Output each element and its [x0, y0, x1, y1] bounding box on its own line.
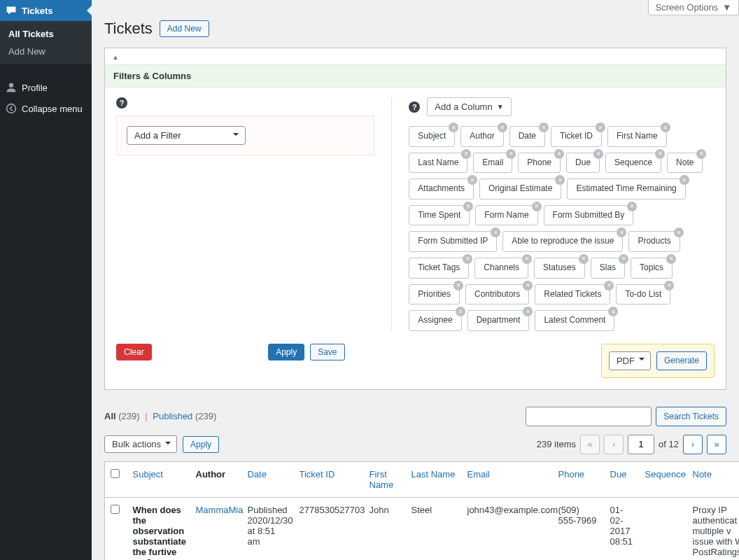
export-format-select[interactable]: PDF [609, 351, 651, 370]
remove-chip-icon[interactable]: × [522, 254, 532, 264]
remove-chip-icon[interactable]: × [596, 122, 605, 132]
column-chip[interactable]: Related Tickets× [535, 284, 610, 305]
column-chip[interactable]: Subject× [409, 126, 455, 147]
sidebar-collapse[interactable]: Collapse menu [0, 98, 92, 119]
remove-chip-icon[interactable]: × [608, 307, 618, 316]
search-button[interactable]: Search Tickets [656, 407, 726, 426]
remove-chip-icon[interactable]: × [523, 307, 533, 316]
help-icon[interactable]: ? [116, 97, 127, 108]
remove-chip-icon[interactable]: × [453, 281, 463, 290]
remove-chip-icon[interactable]: × [680, 175, 689, 185]
remove-chip-icon[interactable]: × [664, 281, 674, 290]
column-chip[interactable]: Slas× [591, 258, 625, 279]
th-email[interactable]: Email [462, 461, 553, 497]
submenu-all-tickets[interactable]: All Tickets [0, 25, 92, 43]
column-chip[interactable]: Note× [667, 153, 703, 174]
column-chip[interactable]: Contributors× [465, 284, 529, 305]
remove-chip-icon[interactable]: × [532, 202, 542, 211]
search-input[interactable] [526, 407, 652, 426]
remove-chip-icon[interactable]: × [554, 149, 564, 159]
column-chip[interactable]: To-do List× [616, 284, 670, 305]
th-firstname[interactable]: First Name [364, 461, 406, 497]
add-column-select[interactable]: Add a Column ▼ [427, 97, 511, 116]
remove-chip-icon[interactable]: × [463, 202, 473, 211]
th-phone[interactable]: Phone [553, 461, 605, 497]
column-chip[interactable]: Form Name× [475, 205, 537, 226]
page-first-button[interactable]: « [580, 435, 600, 454]
column-chip[interactable]: Attachments× [409, 178, 474, 200]
remove-chip-icon[interactable]: × [696, 149, 706, 159]
column-chip[interactable]: Last Name× [409, 153, 467, 174]
page-prev-button[interactable]: ‹ [604, 435, 624, 454]
remove-chip-icon[interactable]: × [456, 307, 465, 316]
remove-chip-icon[interactable]: × [523, 281, 533, 290]
bulk-actions-select[interactable]: Bulk actions [104, 435, 177, 453]
th-lastname[interactable]: Last Name [406, 461, 462, 497]
remove-chip-icon[interactable]: × [617, 227, 626, 237]
remove-chip-icon[interactable]: × [674, 227, 684, 237]
bulk-apply-button[interactable]: Apply [183, 436, 219, 453]
th-date[interactable]: Date [242, 461, 294, 497]
column-chip[interactable]: Original Estimate× [479, 178, 561, 200]
remove-chip-icon[interactable]: × [467, 175, 477, 185]
generate-button[interactable]: Generate [656, 351, 707, 370]
sidebar-item-profile[interactable]: Profile [0, 77, 92, 98]
page-last-button[interactable]: » [707, 435, 726, 454]
column-chip[interactable]: Priorities× [409, 284, 460, 305]
column-chip[interactable]: Assignee× [409, 310, 461, 331]
th-due[interactable]: Due [605, 461, 640, 497]
column-chip[interactable]: Statuses× [534, 258, 585, 279]
remove-chip-icon[interactable]: × [579, 254, 589, 264]
remove-chip-icon[interactable]: × [463, 254, 472, 264]
help-icon[interactable]: ? [409, 102, 420, 113]
tab-all[interactable]: All [104, 411, 116, 421]
cell-author[interactable]: MammaMia [196, 505, 244, 515]
column-chip[interactable]: Topics× [631, 258, 673, 279]
save-filters-button[interactable]: Save [310, 344, 344, 360]
remove-chip-icon[interactable]: × [539, 122, 549, 132]
remove-chip-icon[interactable]: × [666, 254, 676, 264]
column-chip[interactable]: Products× [628, 231, 680, 252]
table-row[interactable]: When does the observation substantiate t… [105, 497, 740, 560]
tab-published[interactable]: Published [153, 411, 192, 421]
clear-button[interactable]: Clear [116, 344, 152, 360]
page-current-input[interactable] [628, 435, 654, 454]
column-chip[interactable]: Department× [467, 310, 530, 331]
column-chip[interactable]: Ticket Tags× [409, 258, 469, 279]
remove-chip-icon[interactable]: × [604, 281, 614, 290]
remove-chip-icon[interactable]: × [498, 122, 507, 132]
screen-options-toggle[interactable]: Screen Options ▼ [648, 0, 739, 15]
remove-chip-icon[interactable]: × [491, 227, 500, 237]
column-chip[interactable]: Due× [566, 153, 600, 174]
submenu-add-new[interactable]: Add New [0, 43, 92, 60]
remove-chip-icon[interactable]: × [655, 149, 665, 159]
column-chip[interactable]: Form Submitted IP× [409, 231, 497, 252]
column-chip[interactable]: Ticket ID× [551, 126, 602, 147]
remove-chip-icon[interactable]: × [619, 254, 628, 264]
column-chip[interactable]: Phone× [518, 153, 561, 174]
column-chip[interactable]: First Name× [607, 126, 667, 147]
th-note[interactable]: Note [687, 461, 740, 497]
column-chip[interactable]: Latest Comment× [535, 310, 614, 331]
sidebar-item-tickets[interactable]: Tickets [0, 0, 92, 21]
panel-collapse-toggle[interactable]: ▲ [105, 48, 726, 64]
remove-chip-icon[interactable]: × [661, 122, 670, 132]
remove-chip-icon[interactable]: × [461, 149, 471, 159]
add-new-button[interactable]: Add New [160, 20, 209, 37]
remove-chip-icon[interactable]: × [449, 122, 458, 132]
column-chip[interactable]: Email× [473, 153, 512, 174]
column-chip[interactable]: Sequence× [605, 153, 661, 174]
remove-chip-icon[interactable]: × [593, 149, 603, 159]
column-chip[interactable]: Able to reproduce the issue× [502, 231, 623, 252]
th-sequence[interactable]: Sequence [640, 461, 687, 497]
column-chip[interactable]: Author× [460, 126, 503, 147]
select-all-checkbox[interactable] [111, 469, 120, 478]
apply-filters-button[interactable]: Apply [268, 344, 304, 360]
th-ticketid[interactable]: Ticket ID [294, 461, 364, 497]
column-chip[interactable]: Channels× [474, 258, 528, 279]
remove-chip-icon[interactable]: × [627, 202, 637, 211]
page-next-button[interactable]: › [683, 435, 703, 454]
remove-chip-icon[interactable]: × [506, 149, 516, 159]
add-filter-select[interactable]: Add a Filter [127, 126, 246, 145]
row-checkbox[interactable] [111, 505, 120, 514]
